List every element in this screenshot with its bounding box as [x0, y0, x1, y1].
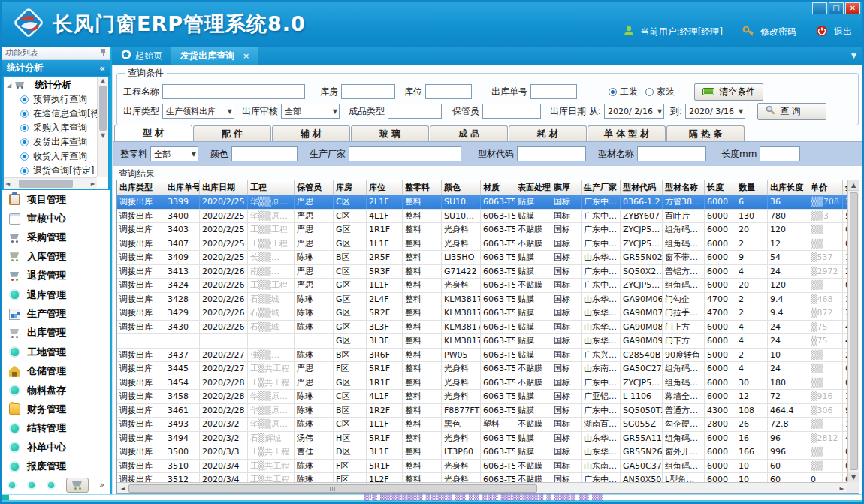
radio-jiazhuang[interactable]: 家装 [645, 86, 675, 98]
scroll-thumb[interactable] [128, 484, 537, 493]
whole-part-select[interactable]: 全部 ▼ [150, 146, 198, 161]
factory-input[interactable] [349, 146, 461, 161]
tree-item[interactable]: 在途信息查询[待 [4, 107, 97, 121]
material-tab[interactable]: 玻 璃 [351, 125, 429, 141]
material-tab[interactable]: 辅 材 [272, 125, 350, 141]
column-header[interactable]: 库房 [334, 180, 367, 195]
column-header[interactable]: 出库类型 [117, 180, 165, 195]
search-button[interactable]: 查 询 [757, 103, 826, 120]
profile-code-input[interactable] [517, 146, 586, 161]
profile-name-input[interactable] [637, 146, 706, 161]
table-row[interactable]: 调拨出库35102020/3/4工▒共工程陈琳F区5R1F整料光身料6063-T… [117, 460, 847, 474]
toolbar-overflow-button[interactable]: » [99, 481, 104, 489]
material-tab[interactable]: 单 体 型 材 [588, 125, 666, 141]
module-dot-icon[interactable] [27, 481, 36, 490]
color-input[interactable] [231, 146, 298, 161]
column-header[interactable]: 表面处理 [515, 180, 551, 195]
column-header[interactable]: 生产厂家 [582, 180, 621, 195]
sidebar-module-cart-gray[interactable]: 采购管理 [2, 228, 110, 247]
tree-item[interactable]: 采购入库查询 [4, 121, 97, 135]
pin-icon[interactable] [100, 48, 107, 59]
length-input[interactable] [760, 146, 800, 161]
minimize-button[interactable]: ─ [812, 2, 827, 14]
scroll-thumb[interactable] [99, 86, 107, 131]
tab-shipping-outbound-query[interactable]: 发货出库查询 × [171, 47, 258, 65]
tree-item[interactable]: 预算执行查询 [4, 92, 97, 107]
date-to-select[interactable]: 2020/ 3/16 ▼ [685, 104, 745, 119]
column-header[interactable]: 型材代码 [621, 180, 663, 195]
material-tab[interactable]: 配 件 [193, 125, 271, 141]
scroll-down-icon[interactable]: ▼ [101, 132, 105, 139]
table-row[interactable]: 调拨出库34072020/2/25工▒▒工程严思G区1L1F整料光身料6063-… [117, 237, 847, 252]
table-row[interactable]: 调拨出库34092020/2/25长▒▒…陈琳B区2R5F整料LI35HO606… [117, 251, 847, 265]
sidebar-module-cart-out[interactable]: 出库管理 [2, 324, 110, 343]
tree-item[interactable]: 发货出库查询 [4, 135, 97, 149]
audit-select[interactable]: 全部 ▼ [281, 104, 340, 119]
tree-item[interactable]: 退货查询[待定] [4, 164, 97, 177]
table-row[interactable]: 调拨出库34032020/2/25工▒▒工程严思G区1R1F整料光身料6063-… [117, 223, 847, 237]
column-header[interactable]: 颜色 [442, 180, 481, 195]
table-row[interactable]: G区3L3F整料KLM38176063-T5贴膜国标山东华…GA90M09.门下… [117, 334, 847, 349]
table-row[interactable]: 调拨出库34452020/2/27工▒共工程严思F区5R1F整料光身料6063-… [117, 362, 847, 376]
module-dot-icon[interactable] [8, 481, 17, 490]
column-header[interactable]: 长度 [705, 180, 736, 195]
scroll-thumb[interactable] [850, 192, 858, 470]
logout-link[interactable]: 退出 [834, 26, 852, 38]
sidebar-module-circle-teal[interactable]: 结转管理 [2, 419, 110, 438]
sidebar-module-circle-teal[interactable]: 工地管理 [2, 343, 110, 361]
sidebar-module-circle-teal[interactable]: 报废管理 [2, 457, 110, 475]
sidebar-module-chart[interactable]: 生产管理 [2, 304, 110, 323]
table-row[interactable]: 调拨出库34132020/2/26南▒▒…严思C区5R3F整料G71422606… [117, 265, 847, 279]
scroll-left-icon[interactable]: ◄ [117, 485, 128, 492]
material-tab[interactable]: 型 材 [114, 125, 192, 141]
table-row[interactable]: 调拨出库33992020/2/25华▒▒原…严思C区2L1F整料SU10…606… [117, 195, 847, 210]
sidebar-module-clipboard[interactable]: 项目管理 [2, 190, 110, 209]
section-header-statistics[interactable]: 统计分析 « [2, 60, 110, 76]
column-header[interactable]: 材质 [481, 180, 515, 195]
table-row[interactable]: 调拨出库34932020/3/2华▒▒原…陈琳C区1L1F整料黑色塑料不贴膜国标… [117, 418, 847, 432]
column-header[interactable]: 工程 [248, 180, 295, 195]
radio-gongzhuang[interactable]: 工装 [609, 86, 638, 98]
tree-vertical-scrollbar[interactable]: ▲ ▼ [97, 77, 108, 177]
table-row[interactable]: 调拨出库34542020/2/28工▒共工程严思G区1R1F整料光身料6063-… [117, 376, 847, 391]
material-tab[interactable]: 耗 材 [509, 125, 587, 141]
table-row[interactable]: 调拨出库34612020/2/28华▒▒原…陈琳B区1R2F整料F8877FT6… [117, 404, 847, 418]
sidebar-module-notepad[interactable]: 审核中心 [2, 209, 110, 228]
tree-horizontal-scrollbar[interactable]: ◄ ► [4, 177, 97, 189]
column-header[interactable]: 膜厚 [551, 180, 582, 195]
table-row[interactable]: 调拨出库34372020/2/27佛▒▒…陈琳B区3R6F整料PW056063-… [117, 349, 847, 363]
column-header[interactable]: 出库单号 [165, 180, 200, 195]
grid-horizontal-scrollbar[interactable]: ◄ ► [117, 482, 847, 493]
sidebar-module-warehouse[interactable]: 仓储管理 [2, 362, 110, 381]
column-header[interactable]: 数量 [736, 180, 768, 195]
cart-module-button[interactable] [66, 478, 89, 493]
column-header[interactable]: 出库日期 [200, 180, 248, 195]
column-header[interactable]: 整零料 [403, 180, 442, 195]
table-row[interactable]: 调拨出库34302020/2/26石▒▒城陈琳G区3L3F整料KLM381760… [117, 321, 847, 335]
tree-root-statistics[interactable]: ◢ 统计分析 [4, 77, 97, 92]
scroll-thumb[interactable] [19, 180, 73, 188]
table-row[interactable]: 调拨出库34242020/2/26工▒▒工程严思G区1L1F整料光身料6063-… [117, 279, 847, 293]
table-row[interactable]: 调拨出库34282020/2/26石▒▒城陈琳G区2L4F整料KLM381760… [117, 293, 847, 307]
scroll-up-icon[interactable]: ▲ [101, 77, 105, 84]
collapse-icon[interactable]: « [99, 63, 105, 74]
date-from-select[interactable]: 2020/ 2/16 ▼ [604, 104, 664, 119]
maximize-button[interactable]: □ [829, 2, 844, 14]
scroll-right-icon[interactable]: ► [91, 180, 95, 187]
order-no-input[interactable] [530, 84, 577, 99]
keeper-input[interactable] [482, 104, 541, 119]
table-row[interactable]: 调拨出库34002020/2/25华▒▒原…严思C区4L1F整料SU10…606… [117, 210, 847, 224]
material-tab[interactable]: 成 品 [430, 125, 508, 141]
tab-close-icon[interactable]: × [243, 51, 249, 61]
clear-conditions-button[interactable]: 清空条件 [694, 83, 763, 101]
sidebar-module-circle-teal[interactable]: 物料盘存 [2, 381, 110, 400]
column-header[interactable]: 型材名称 [663, 180, 705, 195]
table-row[interactable]: 调拨出库34942020/3/2石▒辉城汤伟H区5R1F整料光身料6063-T5… [117, 432, 847, 446]
change-password-link[interactable]: 修改密码 [760, 26, 796, 38]
scroll-left-icon[interactable]: ◄ [5, 180, 10, 187]
tree-item[interactable]: 收货入库查询 [4, 149, 97, 164]
column-header[interactable]: 库位 [367, 180, 403, 195]
table-row[interactable]: 调拨出库34582020/2/28华▒▒原…陈琳C区4L1F整料光身料6063-… [117, 390, 847, 404]
tab-overflow-icon[interactable]: ▼ [851, 52, 856, 59]
material-tab[interactable]: 隔 热 条 [666, 125, 745, 141]
